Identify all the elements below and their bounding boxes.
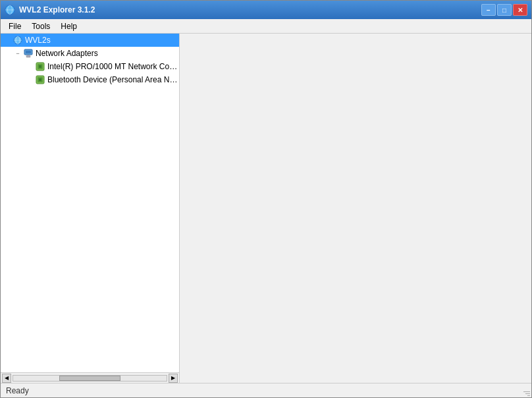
maximize-button[interactable]: □: [497, 4, 512, 16]
tree-item-intel-label: Intel(R) PRO/1000 MT Network Connect: [47, 62, 179, 71]
window-controls: − □ ✕: [481, 4, 527, 16]
svg-rect-17: [39, 78, 41, 81]
tree-item-wvl2s-label: WVL2s: [25, 36, 51, 45]
minimize-button[interactable]: −: [481, 4, 496, 16]
close-button[interactable]: ✕: [513, 4, 527, 16]
expand-wvl2s: [3, 36, 11, 44]
scroll-left-btn[interactable]: ◀: [2, 374, 11, 383]
scroll-right-btn[interactable]: ▶: [169, 374, 178, 383]
tree-item-intel[interactable]: Intel(R) PRO/1000 MT Network Connect: [1, 60, 179, 73]
scroll-track[interactable]: [13, 375, 167, 382]
network-adapter-icon: [23, 48, 34, 59]
menu-tools[interactable]: Tools: [26, 20, 55, 32]
main-window: WVL2 Explorer 3.1.2 − □ ✕ File Tools Hel…: [0, 0, 532, 398]
left-panel: WVL2s − Network Adapters: [1, 34, 180, 383]
svg-rect-10: [26, 55, 30, 57]
expand-bluetooth: [26, 76, 34, 84]
right-panel: [180, 34, 531, 383]
menu-bar: File Tools Help: [1, 19, 531, 34]
app-icon: [5, 5, 15, 15]
chip-icon-bluetooth: [35, 74, 45, 85]
status-bar: Ready: [1, 383, 531, 397]
globe-icon: [13, 35, 23, 45]
tree-view: WVL2s − Network Adapters: [1, 34, 179, 372]
svg-rect-14: [39, 65, 41, 68]
chip-icon-intel: [35, 61, 45, 72]
menu-file[interactable]: File: [3, 20, 26, 32]
scroll-thumb[interactable]: [59, 376, 120, 381]
tree-item-network-label: Network Adapters: [36, 49, 98, 58]
resize-grip[interactable]: [521, 387, 530, 396]
tree-item-network-adapters[interactable]: − Network Adapters: [1, 47, 179, 60]
tree-item-bluetooth-label: Bluetooth Device (Personal Area Network: [47, 75, 179, 84]
horizontal-scrollbar[interactable]: ◀ ▶: [1, 372, 179, 383]
tree-item-bluetooth[interactable]: Bluetooth Device (Personal Area Network: [1, 73, 179, 86]
window-title: WVL2 Explorer 3.1.2: [19, 5, 481, 14]
expand-intel: [26, 63, 34, 71]
tree-item-wvl2s[interactable]: WVL2s: [1, 34, 179, 47]
expand-network-adapters[interactable]: −: [14, 49, 22, 57]
menu-help[interactable]: Help: [55, 20, 82, 32]
title-bar: WVL2 Explorer 3.1.2 − □ ✕: [1, 1, 531, 19]
svg-rect-9: [26, 51, 31, 53]
status-text: Ready: [6, 386, 29, 395]
main-content: WVL2s − Network Adapters: [1, 34, 531, 383]
